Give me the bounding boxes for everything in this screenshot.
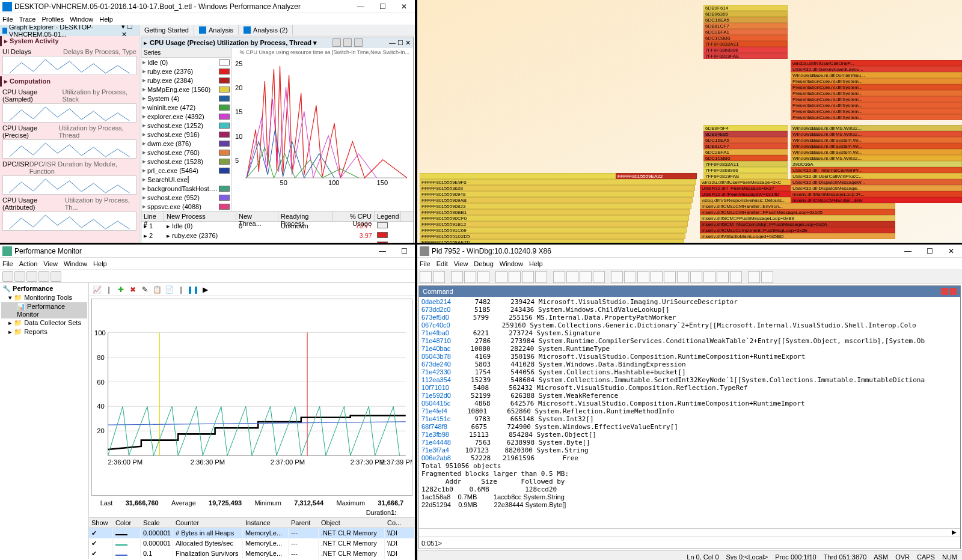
scratch-icon[interactable] bbox=[717, 271, 729, 283]
series-item[interactable]: ▸svchost.exe (916) bbox=[141, 130, 231, 139]
flame-bar[interactable]: FFFFF80155590BB1 bbox=[420, 209, 690, 215]
windbg-toolbar[interactable] bbox=[417, 270, 962, 284]
windbg-titlebar[interactable]: Pid 7952 - WinDbg:10.0.10240.9 X86 — ☐ ✕ bbox=[417, 245, 962, 258]
properties-icon[interactable] bbox=[51, 271, 61, 282]
close-button[interactable]: ✕ bbox=[940, 245, 962, 258]
flame-bar[interactable]: USER32.dll!UserCallWinProcC... bbox=[791, 173, 962, 179]
flame-bar[interactable]: USER32.dll!DispatchMessageW... bbox=[791, 179, 962, 185]
flame-bar[interactable]: FFFFF8015553628 bbox=[420, 185, 695, 191]
copy-icon[interactable] bbox=[464, 271, 476, 283]
flame-bar[interactable]: FFFFF80155558AE7D bbox=[420, 239, 684, 243]
flame-bar[interactable]: PresentationCore.ni.dll!System... bbox=[791, 96, 962, 102]
flame-bar[interactable]: WindowsBase.ni.dll!MS.Win32... bbox=[791, 125, 962, 131]
flame-bar[interactable]: win32u.dll!NtUserCallOneP... bbox=[791, 60, 962, 66]
series-item[interactable]: ▸SearchUI.exe bbox=[141, 175, 231, 184]
flame-bar[interactable]: msenv.dll!MainMessageLoop::R... bbox=[791, 191, 962, 197]
wpa-menubar[interactable]: File Trace Profiles Window Help bbox=[0, 13, 415, 25]
flame-bar[interactable]: msenv.dll!CMsoCMHandler::Environ... bbox=[700, 203, 895, 209]
flame-bar[interactable]: 6DB96369 bbox=[703, 11, 788, 17]
minimize-button[interactable]: — bbox=[350, 0, 372, 13]
series-item[interactable]: ▸svchost.exe (1528) bbox=[141, 157, 231, 166]
graph-item[interactable]: UI DelaysDelays By Process, Type bbox=[0, 47, 139, 56]
remove-counter-icon[interactable]: ✖ bbox=[127, 284, 138, 295]
flame-bar[interactable]: msenv.dll!CMsoCMHandler::FPushMessageLoo… bbox=[700, 209, 895, 215]
menu-help[interactable]: Help bbox=[99, 16, 113, 23]
go-icon[interactable] bbox=[495, 271, 507, 283]
series-item[interactable]: ▸sppsvc.exe (4088) bbox=[141, 202, 231, 211]
paste-icon[interactable]: 📄 bbox=[164, 284, 174, 295]
close-pane-icon[interactable] bbox=[949, 288, 957, 295]
panel-header[interactable]: ▸CPU Usage (Precise) Utilization by Proc… bbox=[141, 37, 413, 48]
restart-icon[interactable] bbox=[509, 271, 521, 283]
maximize-button[interactable]: ☐ bbox=[393, 245, 415, 258]
command-icon[interactable] bbox=[624, 271, 636, 283]
flame-bar[interactable]: 6DC16EA5 bbox=[703, 17, 788, 23]
chart-toolbar[interactable]: 📈 | ✚ ✖ ✎ 📋 📄 | ❚❚ ▶ bbox=[89, 283, 415, 296]
add-counter-icon[interactable]: ✚ bbox=[115, 284, 126, 295]
thumbnail-chart[interactable] bbox=[2, 175, 136, 195]
table-row[interactable]: ▸ 1▸ Idle (0)0Unknown79.77 bbox=[141, 222, 413, 231]
flame-bar[interactable]: 29DD36A bbox=[791, 161, 962, 167]
flame-bar[interactable]: 7FF9F0832A11 bbox=[703, 161, 788, 167]
perfmon-menubar[interactable]: File Action View Window Help bbox=[0, 258, 415, 270]
series-item[interactable]: ▸svchost.exe (952) bbox=[141, 193, 231, 202]
step-over-icon[interactable] bbox=[566, 271, 578, 283]
graph-item[interactable]: DPC/ISRDPC/ISR Duration by Module, Funct… bbox=[0, 160, 139, 175]
flame-bar[interactable]: 6DC16EA5 bbox=[703, 137, 788, 143]
flame-bar[interactable]: USER32.dll!DispatchMessage... bbox=[791, 185, 962, 191]
flame-bar[interactable]: 6DC2BFA1 bbox=[703, 149, 788, 155]
menu-window[interactable]: Window bbox=[70, 16, 93, 23]
wpa-titlebar[interactable]: DESKTOP-VNHCREM.05-01-2016.14-10-17.Boot… bbox=[0, 0, 415, 13]
flame-bar[interactable]: 7FF9F0868986 bbox=[703, 167, 788, 173]
dock-icon[interactable] bbox=[941, 288, 948, 295]
highlight-icon[interactable]: ✎ bbox=[139, 284, 150, 295]
flame-bar[interactable]: 6DC1CBB0 bbox=[703, 155, 788, 161]
open-icon[interactable] bbox=[420, 271, 432, 283]
series-item[interactable]: ▸MsMpEng.exe (1560) bbox=[141, 85, 231, 94]
forward-icon[interactable] bbox=[14, 271, 25, 282]
flame-bar[interactable]: FFFFF80155590CF0 bbox=[420, 215, 689, 221]
category-header[interactable]: ▸ Computation bbox=[0, 76, 139, 87]
table-row[interactable]: ▸ 3▸ ruby.exe (2384)3.97 bbox=[141, 241, 413, 243]
cut-icon[interactable] bbox=[451, 271, 463, 283]
flame-bar[interactable]: FFFFF80155551D2D5 bbox=[420, 233, 685, 239]
up-icon[interactable] bbox=[26, 271, 37, 282]
table-row[interactable]: ▸ 2▸ ruby.exe (2376)3.97 bbox=[141, 231, 413, 241]
flame-bar[interactable]: msenv.dll!VStudioMainLogged+0x5BD bbox=[700, 233, 895, 239]
callstack-icon[interactable] bbox=[690, 271, 702, 283]
chart-type-icon[interactable] bbox=[332, 38, 341, 47]
series-item[interactable]: ▸dwm.exe (876) bbox=[141, 139, 231, 148]
menu-file[interactable]: File bbox=[2, 16, 13, 23]
tab-getting-started[interactable]: Getting Started bbox=[139, 25, 194, 35]
counter-row[interactable]: ✔0.000001Allocated Bytes/secMemoryLe...-… bbox=[89, 538, 415, 549]
thumbnail-chart[interactable] bbox=[2, 139, 136, 159]
flame-bar[interactable]: USER32.dll!_InternalCallWinPr... bbox=[791, 167, 962, 173]
flame-bar[interactable]: USER32.dll!GetkeyboardLayou... bbox=[791, 66, 962, 72]
perfmon-titlebar[interactable]: Performance Monitor — ☐ bbox=[0, 245, 415, 258]
close-button[interactable]: ✕ bbox=[393, 0, 415, 13]
flame-bar[interactable]: WindowsBase.ni.dll!MS.Win32... bbox=[791, 131, 962, 137]
series-item[interactable]: ▸Idle (0) bbox=[141, 58, 231, 67]
disasm-icon[interactable] bbox=[703, 271, 715, 283]
flame-bar[interactable]: 6DC2BFA1 bbox=[703, 29, 788, 35]
graph-item[interactable]: CPU Usage (Attributed)Utilization by Pro… bbox=[0, 196, 139, 212]
flame-graph-window[interactable]: 6DB9F6146DB963696DC16EA56DB81CF76DC2BFA1… bbox=[417, 0, 962, 243]
flame-bar[interactable]: 7FF9F0832A11 bbox=[703, 41, 788, 47]
perfmon-chart[interactable]: 100 80 60 40 20 2: bbox=[91, 299, 412, 496]
flame-bar[interactable]: PresentationCore.ni.dll!System... bbox=[791, 102, 962, 108]
flame-bar[interactable]: FFFFF8015559E9F0 bbox=[420, 179, 696, 185]
font-icon[interactable] bbox=[748, 271, 760, 283]
registers-icon[interactable] bbox=[664, 271, 676, 283]
maximize-button[interactable]: ☐ bbox=[919, 245, 940, 258]
memory-icon[interactable] bbox=[677, 271, 689, 283]
menu-profiles[interactable]: Profiles bbox=[41, 16, 64, 23]
flame-bar[interactable]: 6DB9F614 bbox=[703, 5, 788, 11]
series-item[interactable]: ▸svchost.exe (1252) bbox=[141, 121, 231, 130]
flame-bar[interactable]: 7FF9F0819FAE bbox=[703, 53, 788, 59]
series-item[interactable]: ▸wininit.exe (472) bbox=[141, 103, 231, 112]
thumbnail-chart[interactable] bbox=[2, 103, 136, 123]
counter-row[interactable]: ✔0.1Finalization SurvivorsMemoryLe...---… bbox=[89, 549, 415, 559]
thumbnail-chart[interactable] bbox=[2, 56, 136, 75]
flame-bar[interactable]: WindowsBase.ni.dll!System.Wi... bbox=[791, 137, 962, 143]
table-icon[interactable] bbox=[343, 38, 352, 47]
